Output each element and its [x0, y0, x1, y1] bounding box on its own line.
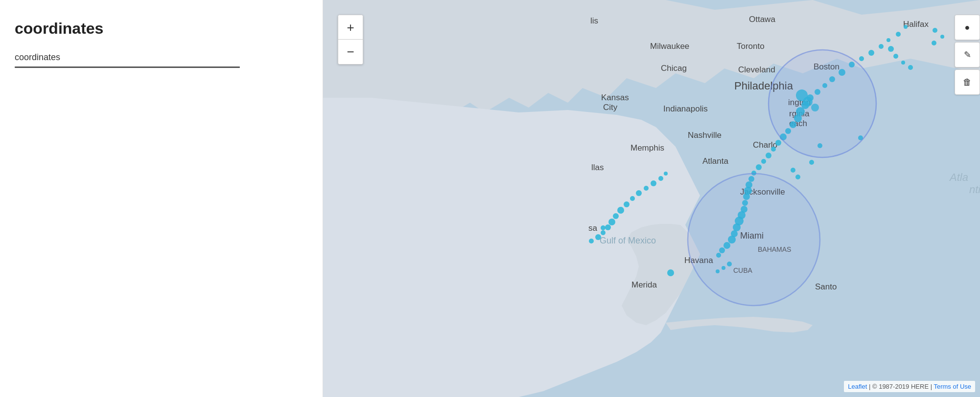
svg-point-56	[766, 153, 771, 158]
svg-point-57	[761, 159, 766, 164]
svg-point-42	[901, 61, 905, 65]
svg-point-84	[589, 239, 594, 243]
svg-text:Chicag: Chicag	[661, 64, 687, 73]
svg-point-90	[664, 172, 668, 176]
edit-button[interactable]: ✎	[955, 42, 980, 67]
svg-text:llas: llas	[591, 163, 604, 172]
svg-point-41	[893, 54, 898, 59]
svg-text:Atla: Atla	[949, 171, 968, 183]
map-svg: Atla ntic Gulf of Mexico Ottawa Halifax …	[323, 0, 980, 397]
attribution-copyright: | © 1987-2019 HERE |	[869, 383, 933, 390]
svg-point-78	[617, 207, 624, 214]
map-attribution: Leaflet | © 1987-2019 HERE | Terms of Us…	[844, 381, 975, 392]
field-label: coordinates	[15, 52, 308, 63]
svg-point-39	[904, 25, 908, 29]
svg-point-87	[644, 186, 649, 191]
svg-text:Merida: Merida	[631, 280, 657, 289]
svg-point-34	[859, 56, 864, 61]
svg-point-88	[651, 180, 656, 186]
svg-point-37	[887, 38, 890, 42]
svg-point-43	[908, 65, 913, 70]
svg-point-96	[667, 269, 674, 276]
svg-point-58	[756, 164, 762, 170]
svg-text:Cleveland: Cleveland	[738, 65, 775, 74]
svg-text:Gulf of Mexico: Gulf of Mexico	[600, 236, 656, 245]
svg-point-36	[879, 44, 884, 49]
svg-text:City: City	[603, 103, 618, 112]
svg-text:Ottawa: Ottawa	[749, 15, 775, 24]
svg-text:Milwaukee: Milwaukee	[650, 42, 689, 51]
svg-point-82	[601, 230, 606, 235]
map-container: Atla ntic Gulf of Mexico Ottawa Halifax …	[323, 0, 980, 397]
svg-point-105	[688, 174, 820, 306]
zoom-in-button[interactable]: +	[338, 15, 363, 40]
svg-point-97	[601, 225, 606, 230]
left-panel: coordinates coordinates	[0, 0, 323, 397]
svg-point-81	[605, 224, 611, 230]
svg-point-85	[630, 196, 635, 201]
svg-text:Indianapolis: Indianapolis	[663, 104, 708, 113]
svg-text:sa: sa	[588, 223, 598, 233]
trash-icon: 🗑	[963, 77, 972, 88]
svg-point-80	[608, 219, 615, 225]
svg-point-104	[769, 50, 876, 157]
svg-point-99	[795, 175, 800, 179]
svg-point-98	[791, 168, 795, 173]
svg-point-89	[658, 176, 663, 181]
svg-text:Atlanta: Atlanta	[702, 156, 728, 166]
svg-point-91	[933, 28, 937, 33]
record-button[interactable]: ●	[955, 15, 980, 40]
svg-point-92	[940, 35, 944, 39]
svg-point-55	[771, 147, 776, 152]
svg-text:Nashville: Nashville	[688, 131, 722, 140]
leaflet-link[interactable]: Leaflet	[848, 383, 867, 390]
svg-text:Toronto: Toronto	[737, 42, 765, 51]
svg-point-86	[636, 190, 642, 196]
svg-text:Kansas: Kansas	[601, 93, 629, 102]
svg-text:lis: lis	[590, 16, 598, 25]
zoom-controls: + −	[338, 15, 363, 65]
field-underline	[15, 66, 240, 68]
terms-of-use-link[interactable]: Terms of Use	[933, 383, 971, 390]
edit-icon: ✎	[964, 49, 971, 60]
svg-text:ntic: ntic	[969, 183, 980, 196]
svg-point-77	[624, 201, 630, 207]
svg-point-35	[868, 50, 874, 56]
svg-text:Memphis: Memphis	[630, 143, 664, 153]
record-icon: ●	[965, 22, 970, 33]
delete-button[interactable]: 🗑	[955, 69, 980, 95]
panel-title: coordinates	[15, 20, 308, 38]
svg-text:Santo: Santo	[815, 282, 837, 291]
svg-point-83	[595, 234, 601, 240]
svg-point-100	[809, 160, 814, 165]
svg-point-38	[896, 32, 901, 37]
svg-point-54	[775, 140, 781, 146]
svg-point-93	[932, 41, 936, 45]
svg-point-40	[888, 46, 894, 52]
right-toolbar: ● ✎ 🗑	[955, 15, 980, 95]
zoom-out-button[interactable]: −	[338, 40, 363, 64]
svg-point-79	[613, 213, 619, 219]
